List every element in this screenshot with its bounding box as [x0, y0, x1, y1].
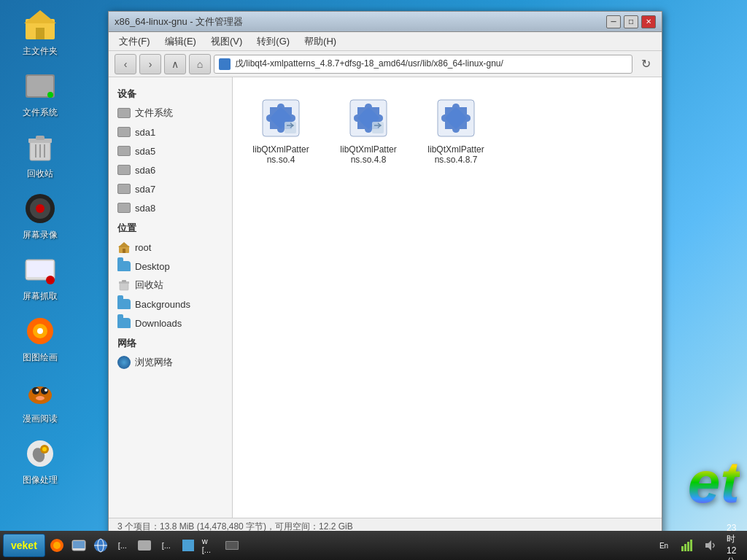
svg-rect-52	[182, 545, 188, 551]
file-item-0[interactable]: libQtXmlPatterns.so.4	[244, 89, 317, 171]
desktop-icon-paint[interactable]: 图图绘画	[7, 314, 73, 364]
hdd-icon-sda7	[117, 182, 131, 195]
desktop-icon-screenshot[interactable]: 屏幕抓取	[7, 252, 73, 303]
taskbar-icon-3[interactable]	[90, 535, 111, 556]
sidebar-item-sda1[interactable]: sda1	[109, 122, 232, 141]
path-icon	[219, 58, 231, 70]
sidebar-item-sda7[interactable]: sda7	[109, 179, 232, 198]
globe-icon-sidebar	[117, 356, 131, 369]
taskbar-volume-icon[interactable]	[700, 535, 721, 556]
refresh-button[interactable]: ↻	[635, 55, 656, 74]
desktop-icon-gimp[interactable]: 图像处理	[7, 436, 73, 486]
sidebar: 设备 文件系统 sda1 sda5	[109, 77, 233, 518]
forward-button[interactable]: ›	[139, 54, 161, 74]
hdd-icon	[117, 106, 131, 120]
sidebar-item-downloads[interactable]: Downloads	[109, 314, 232, 332]
file-item-1[interactable]: libQtXmlPatterns.so.4.8	[332, 89, 405, 171]
maximize-button[interactable]: □	[624, 15, 638, 28]
sidebar-item-desktop[interactable]: Desktop	[109, 257, 232, 276]
menu-help[interactable]: 帮助(H)	[297, 33, 344, 50]
taskbar-icon-6[interactable]	[222, 535, 242, 556]
puzzle-icon-0	[258, 95, 304, 141]
menubar: 文件(F) 编辑(E) 视图(V) 转到(G) 帮助(H)	[109, 32, 662, 51]
desktop-icon-screenshot-label: 屏幕抓取	[23, 290, 58, 303]
svg-rect-58	[687, 542, 689, 551]
hdd-icon-sda1	[117, 125, 131, 139]
address-text: 戊/libqt4-xmlpatterns_4.8.7+dfsg-18_amd64…	[235, 58, 503, 70]
hdd-icon-sda8	[117, 201, 131, 214]
taskbar-icon-2[interactable]	[69, 535, 89, 556]
sidebar-item-sda8[interactable]: sda8	[109, 198, 232, 217]
svg-rect-36	[122, 280, 126, 282]
taskbar-icon-1[interactable]	[47, 535, 67, 556]
svg-rect-33	[123, 249, 125, 253]
taskbar-icon-bracket2[interactable]: [...	[156, 535, 177, 556]
taskbar-keyboard-icon[interactable]: En	[654, 535, 674, 556]
menu-file[interactable]: 文件(F)	[112, 33, 158, 50]
desktop: 主文件夹 文件系统	[0, 0, 747, 560]
svg-point-25	[44, 389, 47, 392]
taskbar-icon-bracket3[interactable]: w [...	[200, 535, 220, 556]
desktop-icon-home[interactable]: 主文件夹	[7, 7, 73, 58]
svg-point-43	[53, 542, 61, 549]
desktop-icon-home-label: 主文件夹	[23, 45, 58, 58]
up-button[interactable]: ∧	[164, 54, 186, 74]
sidebar-item-sda6[interactable]: sda6	[109, 160, 232, 179]
home-button[interactable]: ⌂	[189, 54, 211, 74]
svg-rect-34	[120, 283, 128, 290]
svg-rect-53	[188, 545, 194, 551]
taskbar-icon-4[interactable]	[134, 535, 155, 556]
svg-rect-56	[681, 546, 684, 551]
window-controls: ─ □ ✕	[606, 15, 656, 28]
svg-rect-59	[690, 540, 692, 551]
folder-blue-icon-desktop	[117, 260, 131, 273]
taskbar-icon-5[interactable]	[178, 535, 198, 556]
close-button[interactable]: ✕	[641, 15, 656, 28]
sidebar-item-backgrounds[interactable]: Backgrounds	[109, 295, 232, 314]
taskbar-icon-bracket1[interactable]: [...	[112, 535, 133, 556]
desktop-icon-trash[interactable]: 回收站	[7, 130, 73, 180]
svg-marker-60	[705, 540, 711, 551]
minimize-button[interactable]: ─	[606, 15, 621, 28]
file-name-2: libQtXmlPatterns.so.4.8.7	[425, 144, 487, 165]
window-title: x86_64-linux-gnu - 文件管理器	[115, 15, 600, 28]
back-button[interactable]: ‹	[115, 54, 136, 74]
sidebar-item-trash[interactable]: 回收站	[109, 276, 232, 295]
desktop-icon-manga[interactable]: 漫画阅读	[7, 375, 73, 425]
svg-rect-45	[73, 541, 85, 548]
file-manager-window: x86_64-linux-gnu - 文件管理器 ─ □ ✕ 文件(F) 编辑(…	[108, 11, 662, 536]
address-bar[interactable]: 戊/libqt4-xmlpatterns_4.8.7+dfsg-18_amd64…	[214, 55, 632, 74]
svg-marker-32	[118, 242, 130, 247]
desktop-icon-recorder[interactable]: 屏幕录像	[7, 191, 73, 241]
svg-point-5	[47, 92, 53, 98]
menu-view[interactable]: 视图(V)	[204, 33, 249, 50]
menu-goto[interactable]: 转到(G)	[249, 33, 297, 50]
hdd-icon-sda6	[117, 163, 131, 176]
desktop-icon-paint-label: 图图绘画	[23, 351, 58, 364]
start-button[interactable]: veket	[3, 534, 45, 557]
window-titlebar: x86_64-linux-gnu - 文件管理器 ─ □ ✕	[109, 12, 662, 32]
taskbar: veket [... [.	[0, 531, 747, 560]
trash-icon-sidebar	[117, 279, 131, 292]
content-area: 设备 文件系统 sda1 sda5	[109, 77, 662, 518]
hdd-icon-sda5	[117, 144, 131, 158]
svg-rect-55	[226, 542, 238, 549]
puzzle-icon-1	[345, 95, 392, 141]
menu-edit[interactable]: 编辑(E)	[158, 33, 204, 50]
sidebar-section-devices: 设备	[109, 83, 232, 104]
desktop-icon-filesystem-label: 文件系统	[23, 106, 58, 119]
desktop-icon-recorder-label: 屏幕录像	[23, 229, 58, 241]
et-logo: et	[688, 449, 740, 516]
file-name-0: libQtXmlPatterns.so.4	[250, 144, 311, 165]
sidebar-item-sda5[interactable]: sda5	[109, 141, 232, 160]
svg-rect-50	[182, 540, 188, 545]
svg-rect-8	[36, 136, 44, 140]
sidebar-item-browse-network[interactable]: 浏览网络	[109, 353, 232, 372]
sidebar-item-filesystem[interactable]: 文件系统	[109, 104, 232, 122]
desktop-icon-filesystem[interactable]: 文件系统	[7, 69, 73, 119]
sidebar-item-root[interactable]: root	[109, 238, 232, 257]
taskbar-time: 23时12分	[724, 535, 744, 556]
taskbar-network-icon[interactable]	[677, 535, 697, 556]
file-item-2[interactable]: libQtXmlPatterns.so.4.8.7	[419, 89, 492, 171]
sidebar-section-network: 网络	[109, 332, 232, 353]
